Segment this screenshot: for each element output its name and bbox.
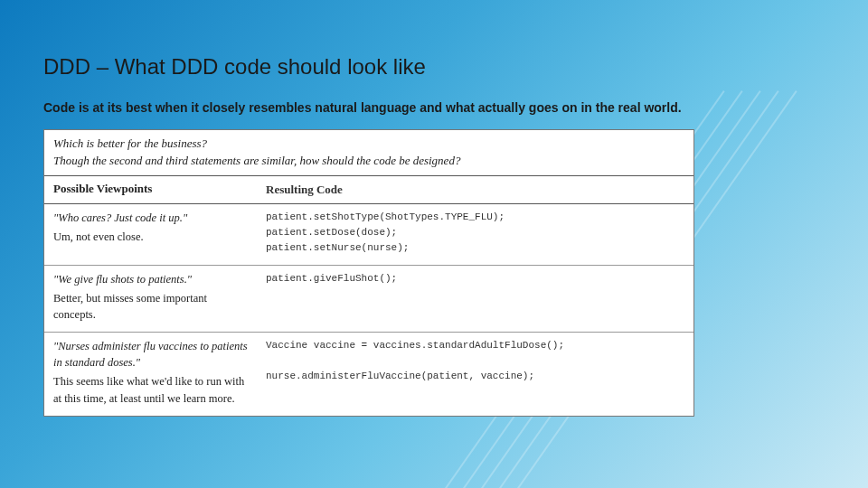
table-question-2: Though the second and third statements a… xyxy=(53,153,684,170)
table-header-row: Possible Viewpoints Resulting Code xyxy=(44,176,693,204)
table-header-code: Resulting Code xyxy=(257,176,693,203)
viewpoint-quote: "We give flu shots to patients." xyxy=(53,271,248,287)
table-header-viewpoints: Possible Viewpoints xyxy=(44,176,257,203)
viewpoint-quote: "Who cares? Just code it up." xyxy=(53,210,248,226)
viewpoint-cell: "Who cares? Just code it up." Um, not ev… xyxy=(44,204,257,265)
code-cell: patient.giveFluShot(); xyxy=(257,266,693,332)
table-row: "Who cares? Just code it up." Um, not ev… xyxy=(44,204,693,266)
table-row: "We give flu shots to patients." Better,… xyxy=(44,266,693,333)
slide-title: DDD – What DDD code should look like xyxy=(43,54,825,80)
viewpoint-comment: This seems like what we'd like to run wi… xyxy=(53,373,248,406)
table-row: "Nurses administer flu vaccines to patie… xyxy=(44,333,693,416)
code-cell: patient.setShotType(ShotTypes.TYPE_FLU);… xyxy=(257,204,693,265)
viewpoint-cell: "Nurses administer flu vaccines to patie… xyxy=(44,333,257,416)
code-cell: Vaccine vaccine = vaccines.standardAdult… xyxy=(257,333,693,416)
viewpoint-quote: "Nurses administer flu vaccines to patie… xyxy=(53,338,248,371)
slide-subtitle: Code is at its best when it closely rese… xyxy=(43,99,712,117)
table-question-1: Which is better for the business? xyxy=(53,136,684,153)
table-question-block: Which is better for the business? Though… xyxy=(44,130,693,176)
slide-content: DDD – What DDD code should look like Cod… xyxy=(43,54,825,417)
viewpoint-comment: Better, but misses some important concep… xyxy=(53,290,248,323)
comparison-table: Which is better for the business? Though… xyxy=(43,129,694,417)
viewpoint-cell: "We give flu shots to patients." Better,… xyxy=(44,266,257,332)
viewpoint-comment: Um, not even close. xyxy=(53,229,248,245)
